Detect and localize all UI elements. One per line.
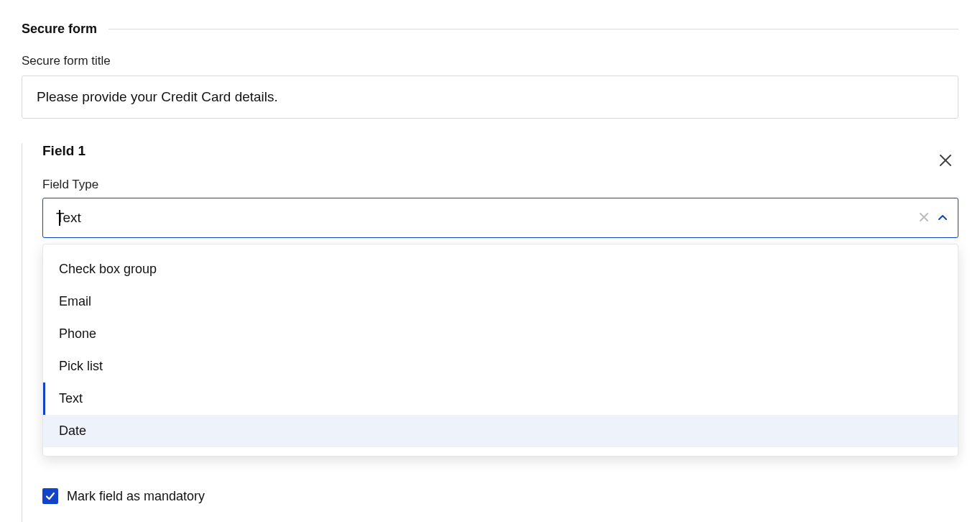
field-header: Field 1 bbox=[42, 143, 958, 178]
option-pick-list[interactable]: Pick list bbox=[43, 350, 958, 383]
field-type-selected-text: Text bbox=[56, 210, 81, 225]
dropdown-toggle[interactable] bbox=[938, 213, 948, 223]
dropdown-icons bbox=[919, 211, 948, 224]
remove-field-button[interactable] bbox=[933, 146, 958, 176]
option-checkbox-group[interactable]: Check box group bbox=[43, 253, 958, 285]
check-icon bbox=[45, 491, 55, 501]
option-phone[interactable]: Phone bbox=[43, 318, 958, 350]
section-divider bbox=[108, 29, 958, 29]
form-title-input[interactable] bbox=[22, 75, 958, 119]
mandatory-checkbox-label: Mark field as mandatory bbox=[67, 489, 205, 504]
x-icon bbox=[919, 212, 929, 222]
section-title: Secure form bbox=[22, 22, 97, 37]
section-header: Secure form bbox=[22, 22, 958, 37]
mandatory-checkbox[interactable] bbox=[42, 488, 58, 504]
option-date[interactable]: Date bbox=[43, 415, 958, 447]
field-type-dropdown-menu: Check box group Email Phone Pick list Te… bbox=[42, 244, 958, 457]
field-title: Field 1 bbox=[42, 143, 85, 159]
chevron-up-icon bbox=[938, 213, 948, 223]
close-icon bbox=[938, 153, 953, 168]
field-type-selected-value: Text bbox=[56, 210, 919, 226]
clear-selection-button[interactable] bbox=[919, 211, 929, 224]
field-block: Field 1 Field Type Text bbox=[22, 143, 958, 522]
option-text[interactable]: Text bbox=[43, 383, 958, 415]
field-type-label: Field Type bbox=[42, 178, 958, 192]
option-email[interactable]: Email bbox=[43, 285, 958, 318]
field-type-dropdown: Text Check box group Email Phon bbox=[42, 198, 958, 238]
mandatory-checkbox-row: Mark field as mandatory bbox=[42, 488, 958, 504]
form-title-label: Secure form title bbox=[22, 54, 958, 68]
field-type-select[interactable]: Text bbox=[42, 198, 958, 238]
